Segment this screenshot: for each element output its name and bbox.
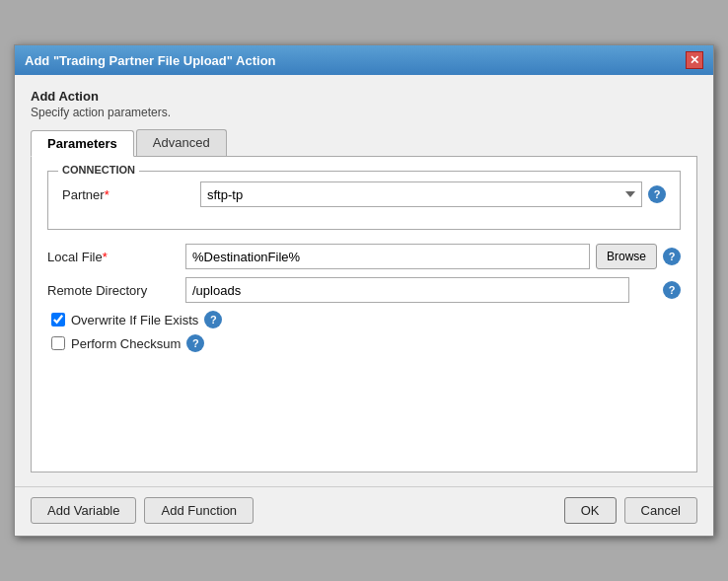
dialog-body: Add Action Specify action parameters. Pa… xyxy=(15,75,713,486)
footer-left: Add Variable Add Function xyxy=(31,497,254,524)
partner-help-icon[interactable]: ? xyxy=(648,185,666,203)
cancel-button[interactable]: Cancel xyxy=(624,497,697,524)
dialog: Add "Trading Partner File Upload" Action… xyxy=(14,44,714,537)
partner-label: Partner* xyxy=(62,187,200,202)
tab-advanced[interactable]: Advanced xyxy=(136,129,227,156)
local-file-row: Local File* Browse ? xyxy=(47,244,681,269)
section-title: Add Action xyxy=(31,89,697,104)
local-file-help-icon[interactable]: ? xyxy=(663,248,681,265)
add-function-button[interactable]: Add Function xyxy=(144,497,254,524)
browse-button[interactable]: Browse xyxy=(596,244,657,269)
dialog-footer: Add Variable Add Function OK Cancel xyxy=(15,486,713,536)
checksum-row: Perform Checksum ? xyxy=(47,334,681,352)
dialog-titlebar: Add "Trading Partner File Upload" Action… xyxy=(15,45,713,75)
partner-row: Partner* sftp-tp ? xyxy=(62,182,666,207)
ok-button[interactable]: OK xyxy=(564,497,617,524)
connection-box: CONNECTION Partner* sftp-tp ? xyxy=(47,171,681,230)
tab-parameters[interactable]: Parameters xyxy=(31,130,134,157)
section-subtitle: Specify action parameters. xyxy=(31,106,697,119)
checksum-help-icon[interactable]: ? xyxy=(186,334,204,352)
overwrite-checkbox[interactable] xyxy=(51,313,65,327)
partner-select[interactable]: sftp-tp xyxy=(200,182,642,207)
local-file-input[interactable] xyxy=(185,244,590,269)
checksum-checkbox[interactable] xyxy=(51,336,65,350)
checksum-label: Perform Checksum xyxy=(71,336,181,351)
remote-dir-help-icon[interactable]: ? xyxy=(663,281,681,299)
tab-bar: Parameters Advanced xyxy=(31,129,697,157)
connection-legend: CONNECTION xyxy=(58,164,139,176)
partner-select-wrapper: sftp-tp ? xyxy=(200,182,666,207)
local-file-label: Local File* xyxy=(47,250,185,264)
remote-dir-row: Remote Directory ? xyxy=(47,277,681,303)
dialog-title: Add "Trading Partner File Upload" Action xyxy=(25,53,276,68)
remote-dir-label: Remote Directory xyxy=(47,283,185,298)
add-variable-button[interactable]: Add Variable xyxy=(31,497,136,524)
overwrite-help-icon[interactable]: ? xyxy=(204,311,222,328)
tab-content-parameters: CONNECTION Partner* sftp-tp ? xyxy=(31,157,697,472)
footer-right: OK Cancel xyxy=(564,497,697,524)
close-button[interactable]: ✕ xyxy=(686,51,703,69)
overwrite-label: Overwrite If File Exists xyxy=(71,313,198,327)
overwrite-row: Overwrite If File Exists ? xyxy=(47,311,681,328)
remote-dir-input[interactable] xyxy=(185,277,629,303)
